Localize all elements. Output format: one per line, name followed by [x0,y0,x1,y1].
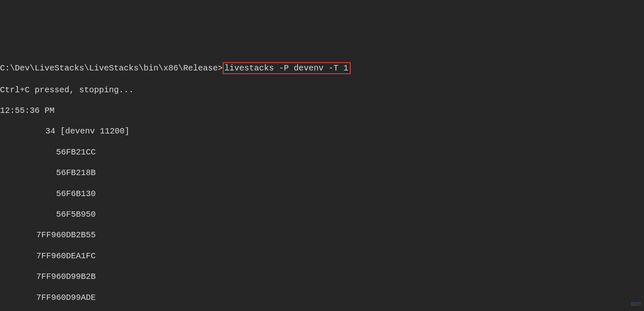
terminal-output[interactable]: C:\Dev\LiveStacks\LiveStacks\bin\x86\Rel… [0,52,644,311]
thread-header: 34 [devenv 11200] [0,126,644,136]
hex-addr: 7FF960DB2B55 [0,230,644,240]
corner-label: DOT [631,299,642,309]
timestamp-line: 12:55:36 PM [0,105,644,116]
status-line: Ctrl+C pressed, stopping... [0,85,644,95]
hex-addr: 56FB21CC [0,147,644,157]
prompt-path: C:\Dev\LiveStacks\LiveStacks\bin\x86\Rel… [0,63,223,73]
hex-addr: 7FF960D99B2B [0,271,644,282]
hex-addr: 56F5B950 [0,209,644,220]
command-highlight: livestacks -P devenv -T 1 [223,62,351,74]
command-text: livestacks -P devenv -T 1 [224,63,348,73]
hex-addr: 56F6B130 [0,189,644,199]
hex-addr: 7FF960DEA1FC [0,251,644,261]
hex-addr: 56FB218B [0,168,644,178]
hex-addr: 7FF960D99ADE [0,292,644,303]
